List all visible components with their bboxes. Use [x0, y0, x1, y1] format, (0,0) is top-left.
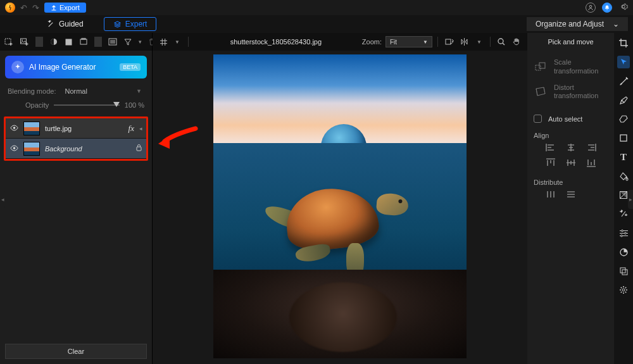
- export-button[interactable]: Export: [44, 3, 86, 13]
- zoom-label: Zoom:: [362, 38, 382, 46]
- canvas-area: ▼ shutterstock_1805628430.jpg Zoom: Fit …: [153, 33, 527, 364]
- sliders-tool-icon[interactable]: [617, 227, 630, 239]
- eraser-tool-icon[interactable]: [617, 113, 630, 125]
- align-center-v-icon[interactable]: [565, 158, 577, 167]
- expand-effects-icon[interactable]: ◂: [139, 125, 142, 132]
- brush-tool-icon[interactable]: [617, 75, 630, 87]
- move-tool-icon[interactable]: [617, 56, 630, 68]
- ai-title: AI Image Generator: [29, 63, 96, 72]
- visibility-toggle-icon[interactable]: [9, 124, 18, 133]
- svg-point-0: [589, 5, 592, 8]
- ai-image-generator-card[interactable]: AI Image Generator BETA: [5, 56, 147, 78]
- clear-button[interactable]: Clear: [5, 344, 147, 359]
- clear-label: Clear: [68, 348, 84, 355]
- svg-rect-5: [66, 39, 72, 45]
- blending-mode-select[interactable]: Normal ▼: [62, 86, 144, 96]
- flip-icon[interactable]: [458, 36, 470, 47]
- account-icon[interactable]: [586, 3, 596, 13]
- layers-toolbar: ▾: [0, 33, 152, 51]
- layers-panel: ▾ AI Image Generator BETA Blending mode:…: [0, 33, 153, 364]
- blending-mode-value: Normal: [65, 87, 87, 95]
- group-icon[interactable]: [79, 37, 88, 47]
- svg-point-13: [498, 39, 503, 44]
- properties-panel: Pick and move Scale transformation Disto…: [527, 33, 633, 364]
- mode-guided[interactable]: Guided: [38, 18, 92, 30]
- mask-icon[interactable]: [49, 37, 58, 47]
- align-left-icon[interactable]: [545, 143, 556, 152]
- distribute-h-icon[interactable]: [545, 190, 556, 199]
- lock-icon[interactable]: [135, 144, 142, 153]
- notifications-icon[interactable]: [602, 3, 612, 13]
- layer-row[interactable]: turtle.jpg fx ◂: [6, 118, 146, 139]
- wand-icon: [47, 20, 55, 28]
- rotate-right-icon[interactable]: [443, 36, 454, 47]
- svg-point-19: [624, 232, 626, 234]
- organize-adjust-button[interactable]: Organize and Adjust ⌄: [527, 17, 628, 31]
- align-center-h-icon[interactable]: [565, 143, 577, 152]
- layers-highlight-box: turtle.jpg fx ◂ Background: [4, 116, 148, 161]
- text-tool-icon[interactable]: T: [617, 151, 630, 163]
- align-top-icon[interactable]: [545, 158, 556, 167]
- shape-tool-icon[interactable]: [617, 132, 630, 144]
- pan-tool-icon[interactable]: [511, 36, 522, 47]
- svg-rect-22: [620, 268, 625, 273]
- fill-tool-icon[interactable]: [617, 170, 630, 182]
- layer-name: Background: [45, 145, 130, 153]
- zoom-tool-icon[interactable]: [496, 36, 507, 47]
- app-logo: [5, 3, 15, 13]
- auto-select-checkbox[interactable]: [534, 115, 542, 123]
- crop-tool-icon[interactable]: [617, 37, 630, 49]
- filter-chevron-icon[interactable]: ▾: [139, 37, 142, 47]
- export-label: Export: [60, 4, 80, 11]
- canvas[interactable]: [213, 54, 467, 358]
- mode-expert[interactable]: Expert: [104, 17, 157, 31]
- svg-point-18: [621, 230, 623, 232]
- distort-transformation-button[interactable]: Distort transformation: [534, 80, 608, 105]
- align-bottom-icon[interactable]: [586, 158, 597, 167]
- distort-icon: [534, 85, 548, 99]
- layer-menu-icon[interactable]: [108, 37, 117, 47]
- collapse-right-handle[interactable]: ▸: [628, 190, 633, 209]
- organize-label: Organize and Adjust: [536, 20, 604, 28]
- settings-icon[interactable]: [618, 2, 628, 13]
- pen-tool-icon[interactable]: [617, 94, 630, 106]
- align-right-icon[interactable]: [586, 143, 597, 152]
- svg-point-9: [13, 127, 16, 129]
- distribute-v-icon[interactable]: [565, 190, 577, 199]
- add-image-layer-icon[interactable]: [20, 37, 29, 47]
- filter-icon[interactable]: [123, 37, 132, 47]
- adjustment-layer-icon[interactable]: [65, 37, 73, 47]
- zoom-select[interactable]: Fit ▼: [385, 36, 432, 47]
- svg-rect-1: [5, 39, 11, 44]
- overlay-tool-icon[interactable]: [617, 265, 630, 277]
- upload-icon: [51, 4, 57, 11]
- mode-bar: Guided Expert Organize and Adjust ⌄: [0, 15, 633, 33]
- opacity-slider[interactable]: [54, 104, 120, 106]
- visibility-toggle-icon[interactable]: [9, 144, 18, 153]
- layer-thumbnail: [23, 122, 40, 135]
- settings-tool-icon[interactable]: [617, 284, 630, 296]
- canvas-turtle: [251, 175, 435, 282]
- layer-name: turtle.jpg: [45, 125, 123, 132]
- zoom-value: Fit: [390, 39, 397, 46]
- add-layer-icon[interactable]: [4, 37, 13, 47]
- svg-point-20: [620, 235, 622, 237]
- effects-tool-icon[interactable]: [617, 208, 630, 220]
- grid-icon[interactable]: [158, 36, 169, 47]
- scale-icon: [534, 60, 548, 74]
- scale-label: Scale transformation: [554, 58, 598, 76]
- fx-badge[interactable]: fx: [128, 123, 134, 134]
- collapse-left-handle[interactable]: ◂: [0, 190, 5, 209]
- svg-rect-16: [620, 135, 627, 141]
- svg-rect-23: [622, 270, 627, 275]
- svg-rect-14: [536, 65, 541, 70]
- auto-select-label: Auto select: [548, 115, 582, 123]
- undo-button[interactable]: ↶: [20, 3, 27, 13]
- beta-badge: BETA: [120, 63, 141, 71]
- redo-button[interactable]: ↷: [32, 3, 39, 13]
- flip-chevron-icon[interactable]: ▼: [473, 36, 485, 47]
- scale-transformation-button[interactable]: Scale transformation: [534, 54, 608, 80]
- layer-row[interactable]: Background: [6, 139, 146, 159]
- grid-chevron-icon[interactable]: ▼: [172, 36, 183, 47]
- pie-tool-icon[interactable]: [617, 246, 630, 258]
